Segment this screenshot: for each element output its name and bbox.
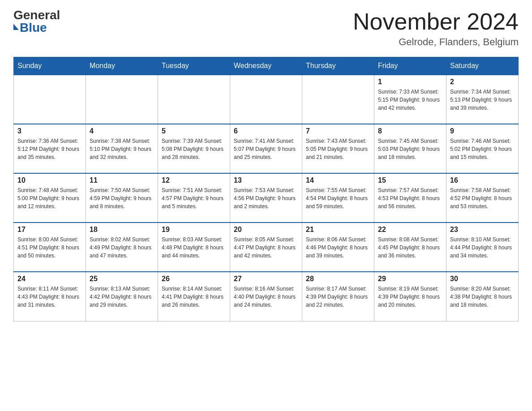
day-number: 23 bbox=[450, 226, 515, 234]
calendar-cell: 27Sunrise: 8:16 AM Sunset: 4:40 PM Dayli… bbox=[230, 272, 302, 321]
day-of-week-header: Monday bbox=[86, 57, 158, 75]
calendar-cell: 16Sunrise: 7:58 AM Sunset: 4:52 PM Dayli… bbox=[446, 173, 519, 223]
calendar-cell: 7Sunrise: 7:43 AM Sunset: 5:05 PM Daylig… bbox=[302, 124, 374, 173]
day-info: Sunrise: 8:14 AM Sunset: 4:41 PM Dayligh… bbox=[162, 285, 226, 309]
day-info: Sunrise: 7:34 AM Sunset: 5:13 PM Dayligh… bbox=[450, 88, 515, 112]
day-info: Sunrise: 7:39 AM Sunset: 5:08 PM Dayligh… bbox=[162, 137, 226, 161]
day-number: 29 bbox=[378, 275, 442, 283]
day-number: 1 bbox=[378, 78, 442, 86]
calendar-cell: 5Sunrise: 7:39 AM Sunset: 5:08 PM Daylig… bbox=[158, 124, 230, 173]
calendar-header: SundayMondayTuesdayWednesdayThursdayFrid… bbox=[14, 57, 519, 75]
calendar-cell: 8Sunrise: 7:45 AM Sunset: 5:03 PM Daylig… bbox=[374, 124, 446, 173]
day-info: Sunrise: 7:41 AM Sunset: 5:07 PM Dayligh… bbox=[234, 137, 298, 161]
day-number: 11 bbox=[90, 176, 154, 184]
day-info: Sunrise: 8:16 AM Sunset: 4:40 PM Dayligh… bbox=[234, 285, 298, 309]
day-info: Sunrise: 8:17 AM Sunset: 4:39 PM Dayligh… bbox=[306, 285, 370, 309]
calendar-cell: 29Sunrise: 8:19 AM Sunset: 4:39 PM Dayli… bbox=[374, 272, 446, 321]
day-info: Sunrise: 8:06 AM Sunset: 4:46 PM Dayligh… bbox=[306, 235, 370, 260]
calendar-cell: 4Sunrise: 7:38 AM Sunset: 5:10 PM Daylig… bbox=[86, 124, 158, 173]
day-info: Sunrise: 8:11 AM Sunset: 4:43 PM Dayligh… bbox=[17, 285, 82, 309]
day-info: Sunrise: 7:33 AM Sunset: 5:15 PM Dayligh… bbox=[378, 88, 442, 112]
calendar-cell: 11Sunrise: 7:50 AM Sunset: 4:59 PM Dayli… bbox=[86, 173, 158, 223]
title-area: November 2024 Gelrode, Flanders, Belgium bbox=[353, 9, 519, 48]
day-number: 30 bbox=[450, 275, 515, 283]
calendar-cell: 26Sunrise: 8:14 AM Sunset: 4:41 PM Dayli… bbox=[158, 272, 230, 321]
day-info: Sunrise: 8:02 AM Sunset: 4:49 PM Dayligh… bbox=[90, 235, 154, 260]
day-number: 22 bbox=[378, 226, 442, 234]
day-info: Sunrise: 7:43 AM Sunset: 5:05 PM Dayligh… bbox=[306, 137, 370, 161]
calendar-cell: 19Sunrise: 8:03 AM Sunset: 4:48 PM Dayli… bbox=[158, 223, 230, 272]
calendar-cell bbox=[14, 75, 86, 124]
day-info: Sunrise: 7:53 AM Sunset: 4:56 PM Dayligh… bbox=[234, 186, 298, 210]
calendar-cell: 9Sunrise: 7:46 AM Sunset: 5:02 PM Daylig… bbox=[446, 124, 519, 173]
day-of-week-header: Thursday bbox=[302, 57, 374, 75]
calendar-cell bbox=[302, 75, 374, 124]
day-number: 15 bbox=[378, 176, 442, 184]
calendar-cell: 17Sunrise: 8:00 AM Sunset: 4:51 PM Dayli… bbox=[14, 223, 86, 272]
calendar-week-row: 17Sunrise: 8:00 AM Sunset: 4:51 PM Dayli… bbox=[14, 223, 519, 272]
calendar-cell: 30Sunrise: 8:20 AM Sunset: 4:38 PM Dayli… bbox=[446, 272, 519, 321]
calendar-cell: 1Sunrise: 7:33 AM Sunset: 5:15 PM Daylig… bbox=[374, 75, 446, 124]
calendar-cell: 18Sunrise: 8:02 AM Sunset: 4:49 PM Dayli… bbox=[86, 223, 158, 272]
day-number: 12 bbox=[162, 176, 226, 184]
day-number: 4 bbox=[90, 127, 154, 135]
calendar-cell: 24Sunrise: 8:11 AM Sunset: 4:43 PM Dayli… bbox=[14, 272, 86, 321]
day-number: 5 bbox=[162, 127, 226, 135]
day-info: Sunrise: 7:57 AM Sunset: 4:53 PM Dayligh… bbox=[378, 186, 442, 210]
day-number: 28 bbox=[306, 275, 370, 283]
day-info: Sunrise: 7:55 AM Sunset: 4:54 PM Dayligh… bbox=[306, 186, 370, 210]
day-of-week-header: Saturday bbox=[446, 57, 519, 75]
day-of-week-header: Wednesday bbox=[230, 57, 302, 75]
day-info: Sunrise: 8:13 AM Sunset: 4:42 PM Dayligh… bbox=[90, 285, 154, 309]
day-of-week-header: Friday bbox=[374, 57, 446, 75]
day-number: 6 bbox=[234, 127, 298, 135]
day-info: Sunrise: 8:03 AM Sunset: 4:48 PM Dayligh… bbox=[162, 235, 226, 260]
calendar-cell: 25Sunrise: 8:13 AM Sunset: 4:42 PM Dayli… bbox=[86, 272, 158, 321]
calendar-cell: 3Sunrise: 7:36 AM Sunset: 5:12 PM Daylig… bbox=[14, 124, 86, 173]
day-info: Sunrise: 7:36 AM Sunset: 5:12 PM Dayligh… bbox=[17, 137, 82, 161]
day-info: Sunrise: 8:10 AM Sunset: 4:44 PM Dayligh… bbox=[450, 235, 515, 260]
calendar-cell: 15Sunrise: 7:57 AM Sunset: 4:53 PM Dayli… bbox=[374, 173, 446, 223]
day-number: 10 bbox=[17, 176, 82, 184]
day-info: Sunrise: 7:46 AM Sunset: 5:02 PM Dayligh… bbox=[450, 137, 515, 161]
calendar-cell: 12Sunrise: 7:51 AM Sunset: 4:57 PM Dayli… bbox=[158, 173, 230, 223]
calendar-cell: 28Sunrise: 8:17 AM Sunset: 4:39 PM Dayli… bbox=[302, 272, 374, 321]
day-number: 26 bbox=[162, 275, 226, 283]
day-number: 21 bbox=[306, 226, 370, 234]
month-title: November 2024 bbox=[353, 9, 519, 34]
day-number: 17 bbox=[17, 226, 82, 234]
logo-triangle-icon bbox=[13, 24, 19, 30]
day-number: 7 bbox=[306, 127, 370, 135]
calendar-cell: 20Sunrise: 8:05 AM Sunset: 4:47 PM Dayli… bbox=[230, 223, 302, 272]
day-info: Sunrise: 7:45 AM Sunset: 5:03 PM Dayligh… bbox=[378, 137, 442, 161]
calendar-cell bbox=[230, 75, 302, 124]
day-number: 2 bbox=[450, 78, 515, 86]
calendar-week-row: 10Sunrise: 7:48 AM Sunset: 5:00 PM Dayli… bbox=[14, 173, 519, 223]
calendar-cell: 22Sunrise: 8:08 AM Sunset: 4:45 PM Dayli… bbox=[374, 223, 446, 272]
calendar-cell bbox=[158, 75, 230, 124]
day-number: 25 bbox=[90, 275, 154, 283]
day-info: Sunrise: 8:20 AM Sunset: 4:38 PM Dayligh… bbox=[450, 285, 515, 309]
location: Gelrode, Flanders, Belgium bbox=[353, 36, 519, 48]
day-number: 27 bbox=[234, 275, 298, 283]
calendar-cell: 23Sunrise: 8:10 AM Sunset: 4:44 PM Dayli… bbox=[446, 223, 519, 272]
day-number: 16 bbox=[450, 176, 515, 184]
day-number: 9 bbox=[450, 127, 515, 135]
day-header-row: SundayMondayTuesdayWednesdayThursdayFrid… bbox=[14, 57, 519, 75]
calendar-week-row: 24Sunrise: 8:11 AM Sunset: 4:43 PM Dayli… bbox=[14, 272, 519, 321]
logo-blue-text: Blue bbox=[13, 21, 47, 34]
day-number: 19 bbox=[162, 226, 226, 234]
day-info: Sunrise: 7:38 AM Sunset: 5:10 PM Dayligh… bbox=[90, 137, 154, 161]
calendar-week-row: 3Sunrise: 7:36 AM Sunset: 5:12 PM Daylig… bbox=[14, 124, 519, 173]
day-number: 24 bbox=[17, 275, 82, 283]
calendar-cell: 13Sunrise: 7:53 AM Sunset: 4:56 PM Dayli… bbox=[230, 173, 302, 223]
day-number: 13 bbox=[234, 176, 298, 184]
day-info: Sunrise: 8:19 AM Sunset: 4:39 PM Dayligh… bbox=[378, 285, 442, 309]
calendar-week-row: 1Sunrise: 7:33 AM Sunset: 5:15 PM Daylig… bbox=[14, 75, 519, 124]
calendar-cell: 14Sunrise: 7:55 AM Sunset: 4:54 PM Dayli… bbox=[302, 173, 374, 223]
calendar-cell: 21Sunrise: 8:06 AM Sunset: 4:46 PM Dayli… bbox=[302, 223, 374, 272]
day-info: Sunrise: 8:05 AM Sunset: 4:47 PM Dayligh… bbox=[234, 235, 298, 260]
day-info: Sunrise: 8:00 AM Sunset: 4:51 PM Dayligh… bbox=[17, 235, 82, 260]
day-of-week-header: Sunday bbox=[14, 57, 86, 75]
day-info: Sunrise: 7:50 AM Sunset: 4:59 PM Dayligh… bbox=[90, 186, 154, 210]
